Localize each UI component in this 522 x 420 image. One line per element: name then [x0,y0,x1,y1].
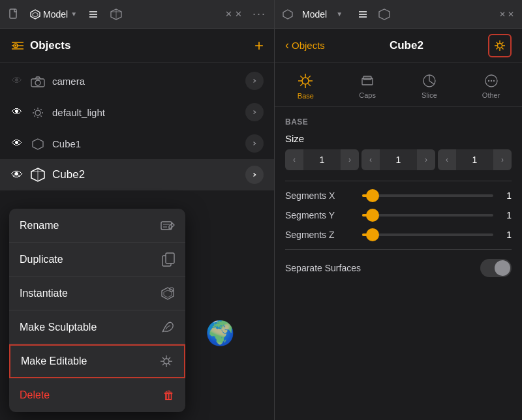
menu-item-make-sculptable[interactable]: Make Sculptable [9,310,185,344]
expand-arrow[interactable] [245,166,264,184]
caps-tab-label: Caps [359,91,376,99]
svg-line-57 [301,83,303,86]
left-toolbar: Model ▼ ✕ ✕ ··· [0,0,274,29]
expand-arrow[interactable] [245,72,264,90]
menu-item-label: Make Sculptable [20,322,97,333]
segments-y-track[interactable] [362,214,493,217]
add-object-button[interactable]: + [254,38,264,53]
delete-icon: 🗑 [163,389,175,402]
slice-tab-label: Slice [422,91,437,99]
size-z-increment[interactable]: › [493,149,512,170]
base-tab-label: Base [298,92,314,100]
svg-rect-34 [166,253,174,263]
segments-z-label: Segments Z [285,230,357,240]
expand-arrow[interactable] [245,134,264,153]
svg-line-25 [34,115,35,116]
size-z-decrement[interactable]: ‹ [438,149,456,170]
tab-other[interactable]: Other [460,68,522,106]
svg-point-17 [35,110,40,115]
segments-y-row: Segments Y 1 [285,210,512,220]
sculptable-icon [161,320,175,334]
list-icon[interactable] [87,8,99,20]
tab-slice[interactable]: Slice [399,68,461,106]
tab-base[interactable]: Base [275,68,337,106]
segments-x-row: Segments X 1 [285,190,512,201]
svg-marker-2 [33,12,38,17]
menu-item-rename[interactable]: Rename [9,209,185,243]
cube-icon[interactable] [110,8,123,21]
make-editable-corner-button[interactable] [488,34,512,57]
objects-title: Objects [30,39,70,52]
segments-x-track[interactable] [362,194,493,197]
list-icon-right[interactable] [357,8,369,20]
svg-point-16 [35,80,40,85]
document-icon[interactable] [8,8,20,20]
segments-z-thumb[interactable] [366,228,379,241]
svg-line-39 [162,357,164,359]
editable-icon [159,354,174,368]
svg-point-10 [15,44,17,46]
camera-icon [30,74,46,88]
base-tab-icon [297,72,314,89]
menu-item-make-editable[interactable]: Make Editable [9,344,185,378]
tab-caps[interactable]: Caps [337,68,399,106]
back-button[interactable]: ‹ Objects [285,38,325,52]
svg-point-53 [302,78,309,84]
menu-item-delete[interactable]: Delete 🗑 [9,378,185,412]
svg-line-22 [34,109,35,110]
menu-item-duplicate[interactable]: Duplicate [9,243,185,277]
filter-icon[interactable] [10,38,25,52]
expand-arrow[interactable] [245,103,264,121]
more-options-icon[interactable]: ··· [253,7,266,21]
list-item[interactable]: 👁 Cube1 [0,128,274,159]
visibility-icon[interactable]: 👁 [10,75,23,87]
right-panel: Model ▼ ✕ ✕ ‹ Objects Cube2 [274,0,522,420]
segments-z-track[interactable] [362,233,493,236]
model-label-right: Model [302,9,327,20]
svg-line-42 [162,363,164,365]
svg-line-40 [168,363,170,365]
segments-x-thumb[interactable] [366,189,379,202]
cube2-icon [30,167,46,183]
size-y-increment[interactable]: › [417,149,435,170]
list-item[interactable]: 👁 Cube2 [0,159,274,190]
svg-point-64 [493,80,494,82]
x-close-icon-right[interactable]: ✕ ✕ [499,10,514,19]
rename-icon [161,218,175,232]
x-icon[interactable]: ✕ ✕ [225,9,242,19]
menu-item-label: Make Editable [21,355,87,367]
model-selector[interactable]: Model ▼ [30,9,77,20]
chevron-down-right: ▼ [336,10,343,18]
other-tab-label: Other [482,91,500,99]
size-x-increment[interactable]: › [341,149,359,170]
cube-icon-right[interactable] [378,8,391,21]
segments-z-value: 1 [499,230,512,240]
svg-line-49 [496,42,498,44]
svg-line-55 [308,83,311,86]
menu-item-instantiate[interactable]: Instantiate [9,277,185,310]
list-item[interactable]: 👁 camera [0,65,274,97]
list-item[interactable]: 👁 default_light [0,97,274,128]
size-y-decrement[interactable]: ‹ [361,149,380,170]
visibility-icon[interactable]: 👁 [10,138,23,149]
size-z-cell: ‹ 1 › [438,149,512,170]
separate-surfaces-toggle[interactable] [480,259,512,277]
section-label: BASE [285,117,512,127]
menu-item-label: Rename [20,220,59,232]
segments-y-thumb[interactable] [366,209,379,222]
visibility-icon[interactable]: 👁 [10,106,23,118]
segments-y-label: Segments Y [285,210,357,220]
svg-point-62 [487,80,489,82]
svg-marker-1 [31,10,40,19]
model-icon[interactable] [283,8,293,20]
svg-marker-43 [283,10,292,19]
editable-corner-icon [493,38,506,52]
objects-header: Objects + [0,29,274,63]
size-y-cell: ‹ 1 › [361,149,435,170]
size-y-value: 1 [380,155,417,165]
visibility-icon[interactable]: 👁 [10,168,23,182]
svg-point-48 [497,44,502,48]
menu-item-label: Delete [20,389,50,401]
right-toolbar: Model ▼ ✕ ✕ [275,0,522,29]
size-x-decrement[interactable]: ‹ [285,149,303,170]
